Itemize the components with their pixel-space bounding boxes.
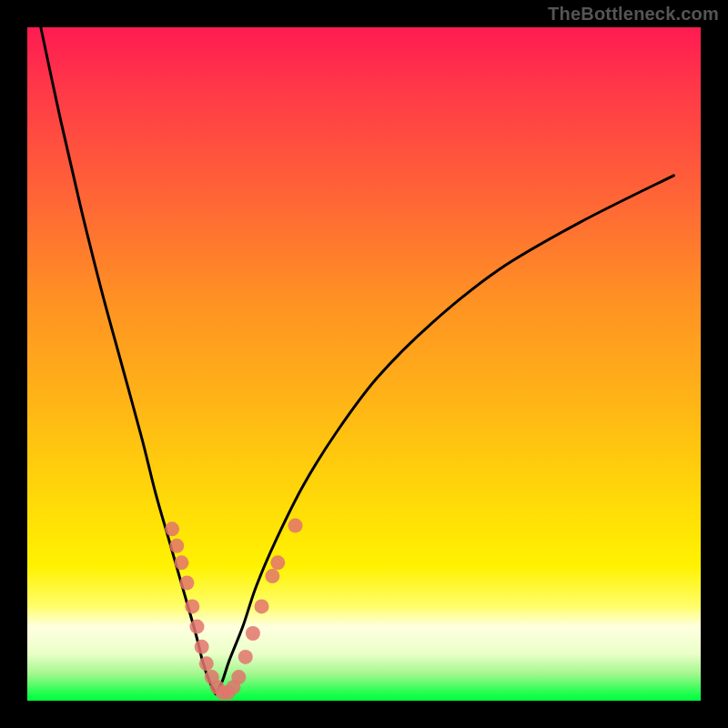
dots-layer <box>165 519 302 701</box>
watermark-text: TheBottleneck.com <box>548 4 719 25</box>
dot-left-1 <box>169 539 184 553</box>
dot-left-0 <box>165 521 179 536</box>
plot-area <box>27 27 701 701</box>
dot-left-2 <box>174 555 188 570</box>
dot-left-7 <box>199 656 214 671</box>
dot-right-5 <box>265 569 279 583</box>
dot-left-4 <box>185 599 199 613</box>
dot-left-6 <box>195 640 209 654</box>
chart-svg <box>27 27 701 701</box>
curve-right-branch <box>216 176 673 694</box>
curve-layer <box>41 27 674 694</box>
dot-left-5 <box>189 620 204 634</box>
dot-right-6 <box>270 555 285 570</box>
dot-right-1 <box>231 670 246 684</box>
dot-left-3 <box>179 576 194 591</box>
chart-frame: TheBottleneck.com <box>0 0 728 728</box>
dot-right-4 <box>255 599 269 613</box>
curve-left-branch <box>41 27 216 694</box>
dot-right-3 <box>246 626 260 641</box>
dot-right-2 <box>238 650 253 664</box>
dot-right-7 <box>288 519 303 533</box>
